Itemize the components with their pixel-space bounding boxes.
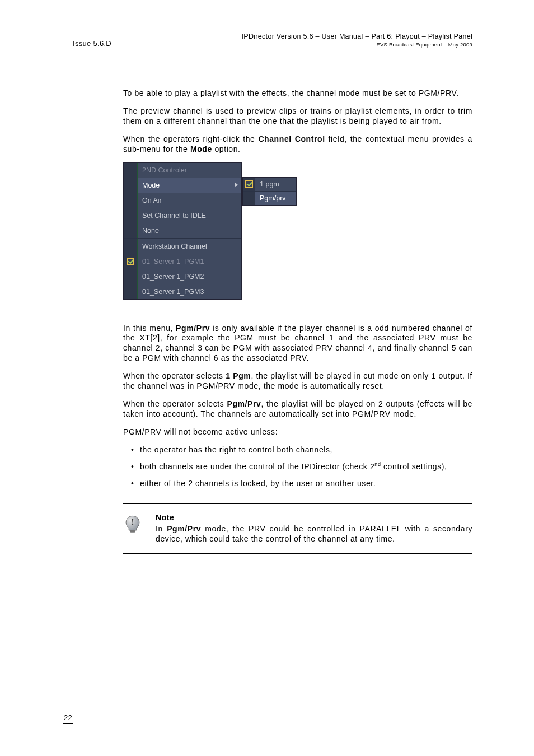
menu-item-set-idle[interactable]: Set Channel to IDLE xyxy=(124,208,241,223)
menu-item-workstation-channel[interactable]: Workstation Channel xyxy=(124,239,241,254)
menu-item-none[interactable]: None xyxy=(124,223,241,239)
chevron-right-icon xyxy=(235,182,238,188)
svg-text:!: ! xyxy=(131,517,134,526)
menu-item-server-pgm3[interactable]: 01_Server 1_PGM3 xyxy=(124,284,241,299)
menu-item-server-pgm2[interactable]: 01_Server 1_PGM2 xyxy=(124,269,241,284)
header-title: IPDirector Version 5.6 – User Manual – P… xyxy=(242,32,472,40)
submenu-item-pgmprv[interactable]: Pgm/prv xyxy=(243,192,296,205)
menu-item-2nd-controller[interactable]: 2ND Controler xyxy=(124,163,241,178)
header-subtitle: EVS Broadcast Equipment – May 2009 xyxy=(242,41,472,48)
svg-rect-1 xyxy=(130,531,135,533)
list-item: either of the 2 channels is locked, by t… xyxy=(133,479,472,489)
check-icon xyxy=(127,258,134,265)
bullet-list: the operator has the right to control bo… xyxy=(123,445,472,489)
menu-item-on-air[interactable]: On Air xyxy=(124,193,241,208)
paragraph: When the operators right-click the Chann… xyxy=(123,134,472,155)
paragraph: The preview channel is used to preview c… xyxy=(123,106,472,127)
header-rule-right xyxy=(275,49,472,49)
list-item: the operator has the right to control bo… xyxy=(133,445,472,455)
divider xyxy=(123,553,472,554)
context-menu-figure: 2ND Controler Mode On Air Set Channel to… xyxy=(123,162,364,308)
divider xyxy=(123,503,472,504)
paragraph: When the operator selects 1 Pgm, the pla… xyxy=(123,371,472,391)
header-rule-left xyxy=(73,49,107,49)
menu-item-server-pgm1[interactable]: 01_Server 1_PGM1 xyxy=(124,254,241,269)
svg-rect-0 xyxy=(130,530,135,531)
paragraph: In this menu, Pgm/Prv is only available … xyxy=(123,324,472,364)
paragraph: PGM/PRV will not become active unless: xyxy=(123,427,472,437)
note-title: Note xyxy=(156,513,472,522)
check-icon xyxy=(245,180,253,188)
page-number: 22 xyxy=(63,713,73,724)
menu-item-mode[interactable]: Mode xyxy=(124,178,241,193)
context-menu: 2ND Controler Mode On Air Set Channel to… xyxy=(123,162,242,300)
note-text: In Pgm/Prv mode, the PRV could be contro… xyxy=(156,524,472,544)
note-box: ! Note In Pgm/Prv mode, the PRV could be… xyxy=(123,513,472,544)
paragraph: When the operator selects Pgm/Prv, the p… xyxy=(123,399,472,419)
note-icon: ! xyxy=(123,514,142,533)
list-item: both channels are under the control of t… xyxy=(133,462,472,473)
header-issue: Issue 5.6.D xyxy=(73,39,111,48)
submenu-item-1pgm[interactable]: 1 pgm xyxy=(243,178,296,192)
paragraph: To be able to play a playlist with the e… xyxy=(123,88,472,99)
mode-submenu: 1 pgm Pgm/prv xyxy=(242,177,297,206)
